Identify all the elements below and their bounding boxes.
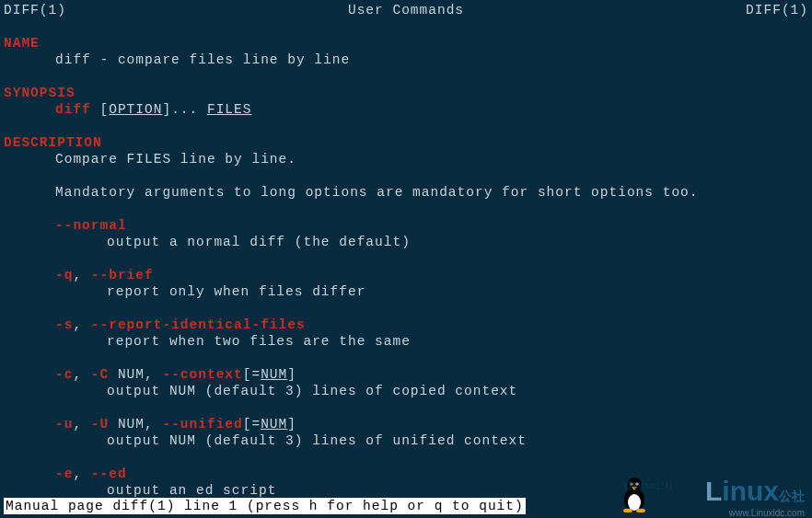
svg-point-1 (628, 494, 641, 511)
header-right: DIFF(1) (746, 2, 808, 18)
opt-s-desc: report when two files are the same (4, 333, 808, 350)
opt-normal: --normal (4, 217, 808, 234)
opt-c-desc: output NUM (default 3) lines of copied c… (4, 383, 808, 399)
name-text: diff - compare files line by line (4, 52, 808, 68)
opt-e-desc: output an ed script (4, 482, 808, 499)
opt-u-desc: output NUM (default 3) lines of unified … (4, 432, 808, 449)
synopsis-cmd: diff (55, 102, 91, 117)
desc-line2: Mandatory arguments to long options are … (4, 184, 808, 201)
opt-u: -u, -U NUM, --unified[=NUM] (4, 416, 808, 432)
opt-c: -c, -C NUM, --context[=NUM] (4, 366, 808, 383)
opt-normal-desc: output a normal diff (the default) (4, 234, 808, 250)
synopsis-files: FILES (207, 102, 252, 117)
description-heading: DESCRIPTION (4, 135, 102, 150)
header-left: DIFF(1) (4, 2, 66, 18)
opt-q: -q, --brief (4, 267, 808, 283)
opt-q-desc: report only when files differ (4, 283, 808, 300)
man-page-terminal[interactable]: DIFF(1) User Commands DIFF(1) NAME diff … (0, 0, 812, 518)
synopsis-option: OPTION (109, 102, 162, 117)
man-header: DIFF(1) User Commands DIFF(1) (4, 2, 808, 18)
watermark-at-tag: @Linux公社 (624, 479, 674, 492)
watermark-site: www.Linuxidc.com (729, 508, 805, 518)
synopsis-heading: SYNOPSIS (4, 86, 75, 100)
synopsis-line: diff [OPTION]... FILES (4, 101, 808, 118)
header-center: User Commands (66, 2, 746, 18)
desc-line1: Compare FILES line by line. (4, 151, 808, 167)
watermark-brand: Linux公社 (705, 476, 805, 507)
name-heading: NAME (4, 36, 40, 51)
opt-s: -s, --report-identical-files (4, 317, 808, 333)
opt-e: -e, --ed (4, 466, 808, 482)
man-status-bar[interactable]: Manual page diff(1) line 1 (press h for … (4, 498, 526, 514)
